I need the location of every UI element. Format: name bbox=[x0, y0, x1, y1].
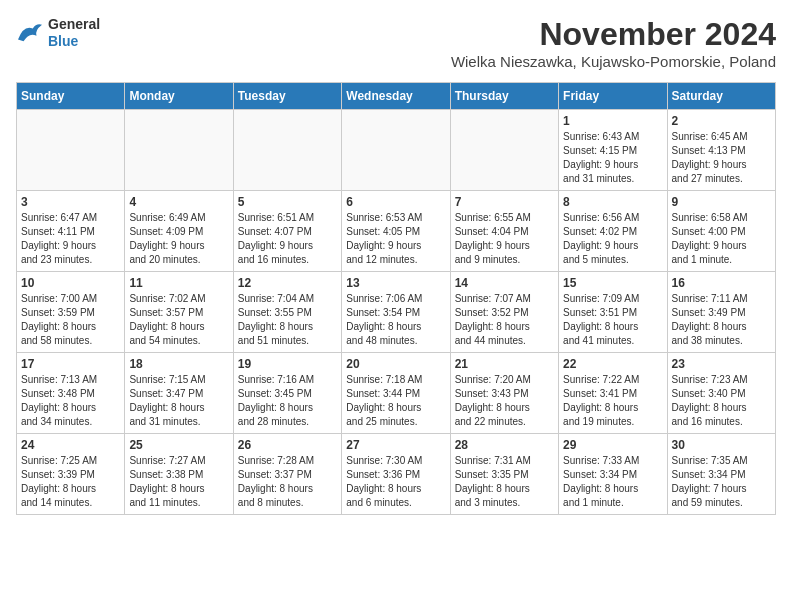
day-info: Sunrise: 7:15 AM Sunset: 3:47 PM Dayligh… bbox=[129, 373, 228, 429]
day-info: Sunrise: 7:11 AM Sunset: 3:49 PM Dayligh… bbox=[672, 292, 771, 348]
day-number: 26 bbox=[238, 438, 337, 452]
day-number: 22 bbox=[563, 357, 662, 371]
day-info: Sunrise: 7:35 AM Sunset: 3:34 PM Dayligh… bbox=[672, 454, 771, 510]
day-number: 23 bbox=[672, 357, 771, 371]
day-info: Sunrise: 7:04 AM Sunset: 3:55 PM Dayligh… bbox=[238, 292, 337, 348]
day-number: 17 bbox=[21, 357, 120, 371]
page-header: General Blue November 2024 Wielka Niesza… bbox=[16, 16, 776, 78]
calendar-cell bbox=[17, 110, 125, 191]
calendar-cell: 27Sunrise: 7:30 AM Sunset: 3:36 PM Dayli… bbox=[342, 434, 450, 515]
calendar-cell: 19Sunrise: 7:16 AM Sunset: 3:45 PM Dayli… bbox=[233, 353, 341, 434]
calendar-week-row: 24Sunrise: 7:25 AM Sunset: 3:39 PM Dayli… bbox=[17, 434, 776, 515]
calendar-cell: 15Sunrise: 7:09 AM Sunset: 3:51 PM Dayli… bbox=[559, 272, 667, 353]
location-title: Wielka Nieszawka, Kujawsko-Pomorskie, Po… bbox=[451, 53, 776, 70]
calendar-cell bbox=[125, 110, 233, 191]
day-number: 14 bbox=[455, 276, 554, 290]
day-info: Sunrise: 7:23 AM Sunset: 3:40 PM Dayligh… bbox=[672, 373, 771, 429]
calendar-week-row: 17Sunrise: 7:13 AM Sunset: 3:48 PM Dayli… bbox=[17, 353, 776, 434]
calendar-cell: 20Sunrise: 7:18 AM Sunset: 3:44 PM Dayli… bbox=[342, 353, 450, 434]
day-info: Sunrise: 7:00 AM Sunset: 3:59 PM Dayligh… bbox=[21, 292, 120, 348]
calendar-header-row: SundayMondayTuesdayWednesdayThursdayFrid… bbox=[17, 83, 776, 110]
weekday-header: Sunday bbox=[17, 83, 125, 110]
day-info: Sunrise: 6:58 AM Sunset: 4:00 PM Dayligh… bbox=[672, 211, 771, 267]
day-number: 25 bbox=[129, 438, 228, 452]
calendar-cell: 10Sunrise: 7:00 AM Sunset: 3:59 PM Dayli… bbox=[17, 272, 125, 353]
day-number: 8 bbox=[563, 195, 662, 209]
day-info: Sunrise: 7:09 AM Sunset: 3:51 PM Dayligh… bbox=[563, 292, 662, 348]
calendar-cell: 28Sunrise: 7:31 AM Sunset: 3:35 PM Dayli… bbox=[450, 434, 558, 515]
calendar-cell: 2Sunrise: 6:45 AM Sunset: 4:13 PM Daylig… bbox=[667, 110, 775, 191]
calendar-week-row: 3Sunrise: 6:47 AM Sunset: 4:11 PM Daylig… bbox=[17, 191, 776, 272]
calendar-cell: 12Sunrise: 7:04 AM Sunset: 3:55 PM Dayli… bbox=[233, 272, 341, 353]
day-number: 16 bbox=[672, 276, 771, 290]
day-number: 20 bbox=[346, 357, 445, 371]
calendar-cell: 25Sunrise: 7:27 AM Sunset: 3:38 PM Dayli… bbox=[125, 434, 233, 515]
calendar-cell: 3Sunrise: 6:47 AM Sunset: 4:11 PM Daylig… bbox=[17, 191, 125, 272]
day-number: 19 bbox=[238, 357, 337, 371]
calendar-cell: 11Sunrise: 7:02 AM Sunset: 3:57 PM Dayli… bbox=[125, 272, 233, 353]
day-info: Sunrise: 6:56 AM Sunset: 4:02 PM Dayligh… bbox=[563, 211, 662, 267]
calendar-cell: 16Sunrise: 7:11 AM Sunset: 3:49 PM Dayli… bbox=[667, 272, 775, 353]
weekday-header: Monday bbox=[125, 83, 233, 110]
day-number: 3 bbox=[21, 195, 120, 209]
day-info: Sunrise: 7:18 AM Sunset: 3:44 PM Dayligh… bbox=[346, 373, 445, 429]
logo-icon bbox=[16, 21, 44, 45]
day-info: Sunrise: 7:13 AM Sunset: 3:48 PM Dayligh… bbox=[21, 373, 120, 429]
day-number: 15 bbox=[563, 276, 662, 290]
day-number: 29 bbox=[563, 438, 662, 452]
weekday-header: Wednesday bbox=[342, 83, 450, 110]
day-number: 2 bbox=[672, 114, 771, 128]
day-number: 1 bbox=[563, 114, 662, 128]
day-info: Sunrise: 6:47 AM Sunset: 4:11 PM Dayligh… bbox=[21, 211, 120, 267]
calendar-cell: 1Sunrise: 6:43 AM Sunset: 4:15 PM Daylig… bbox=[559, 110, 667, 191]
calendar-cell: 17Sunrise: 7:13 AM Sunset: 3:48 PM Dayli… bbox=[17, 353, 125, 434]
calendar-cell bbox=[342, 110, 450, 191]
calendar-week-row: 10Sunrise: 7:00 AM Sunset: 3:59 PM Dayli… bbox=[17, 272, 776, 353]
day-info: Sunrise: 6:43 AM Sunset: 4:15 PM Dayligh… bbox=[563, 130, 662, 186]
calendar-cell: 5Sunrise: 6:51 AM Sunset: 4:07 PM Daylig… bbox=[233, 191, 341, 272]
calendar-cell: 4Sunrise: 6:49 AM Sunset: 4:09 PM Daylig… bbox=[125, 191, 233, 272]
day-number: 27 bbox=[346, 438, 445, 452]
day-info: Sunrise: 7:06 AM Sunset: 3:54 PM Dayligh… bbox=[346, 292, 445, 348]
day-info: Sunrise: 6:49 AM Sunset: 4:09 PM Dayligh… bbox=[129, 211, 228, 267]
day-info: Sunrise: 7:27 AM Sunset: 3:38 PM Dayligh… bbox=[129, 454, 228, 510]
day-number: 5 bbox=[238, 195, 337, 209]
day-info: Sunrise: 7:07 AM Sunset: 3:52 PM Dayligh… bbox=[455, 292, 554, 348]
weekday-header: Saturday bbox=[667, 83, 775, 110]
day-info: Sunrise: 7:20 AM Sunset: 3:43 PM Dayligh… bbox=[455, 373, 554, 429]
day-number: 24 bbox=[21, 438, 120, 452]
calendar-cell: 13Sunrise: 7:06 AM Sunset: 3:54 PM Dayli… bbox=[342, 272, 450, 353]
day-info: Sunrise: 7:33 AM Sunset: 3:34 PM Dayligh… bbox=[563, 454, 662, 510]
month-title: November 2024 bbox=[451, 16, 776, 53]
calendar-body: 1Sunrise: 6:43 AM Sunset: 4:15 PM Daylig… bbox=[17, 110, 776, 515]
calendar-cell: 6Sunrise: 6:53 AM Sunset: 4:05 PM Daylig… bbox=[342, 191, 450, 272]
day-info: Sunrise: 6:53 AM Sunset: 4:05 PM Dayligh… bbox=[346, 211, 445, 267]
day-info: Sunrise: 7:30 AM Sunset: 3:36 PM Dayligh… bbox=[346, 454, 445, 510]
logo-text: General Blue bbox=[48, 16, 100, 50]
weekday-header: Thursday bbox=[450, 83, 558, 110]
day-number: 13 bbox=[346, 276, 445, 290]
day-number: 28 bbox=[455, 438, 554, 452]
day-number: 10 bbox=[21, 276, 120, 290]
calendar-cell bbox=[233, 110, 341, 191]
day-number: 9 bbox=[672, 195, 771, 209]
weekday-header: Tuesday bbox=[233, 83, 341, 110]
day-number: 6 bbox=[346, 195, 445, 209]
calendar-cell: 21Sunrise: 7:20 AM Sunset: 3:43 PM Dayli… bbox=[450, 353, 558, 434]
calendar-table: SundayMondayTuesdayWednesdayThursdayFrid… bbox=[16, 82, 776, 515]
logo: General Blue bbox=[16, 16, 100, 50]
calendar-cell: 23Sunrise: 7:23 AM Sunset: 3:40 PM Dayli… bbox=[667, 353, 775, 434]
day-info: Sunrise: 7:31 AM Sunset: 3:35 PM Dayligh… bbox=[455, 454, 554, 510]
day-info: Sunrise: 6:51 AM Sunset: 4:07 PM Dayligh… bbox=[238, 211, 337, 267]
calendar-cell: 29Sunrise: 7:33 AM Sunset: 3:34 PM Dayli… bbox=[559, 434, 667, 515]
calendar-cell: 18Sunrise: 7:15 AM Sunset: 3:47 PM Dayli… bbox=[125, 353, 233, 434]
day-info: Sunrise: 6:55 AM Sunset: 4:04 PM Dayligh… bbox=[455, 211, 554, 267]
calendar-cell bbox=[450, 110, 558, 191]
day-number: 11 bbox=[129, 276, 228, 290]
day-info: Sunrise: 7:16 AM Sunset: 3:45 PM Dayligh… bbox=[238, 373, 337, 429]
calendar-cell: 8Sunrise: 6:56 AM Sunset: 4:02 PM Daylig… bbox=[559, 191, 667, 272]
weekday-header: Friday bbox=[559, 83, 667, 110]
calendar-cell: 14Sunrise: 7:07 AM Sunset: 3:52 PM Dayli… bbox=[450, 272, 558, 353]
calendar-cell: 7Sunrise: 6:55 AM Sunset: 4:04 PM Daylig… bbox=[450, 191, 558, 272]
day-number: 30 bbox=[672, 438, 771, 452]
